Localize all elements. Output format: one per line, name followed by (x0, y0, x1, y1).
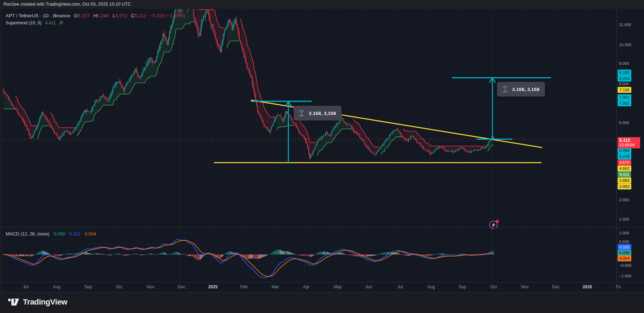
macd-signal-value: 0.004 (85, 231, 96, 237)
open-label: O (74, 13, 78, 18)
price-scale-label: 4.670 (618, 160, 631, 166)
time-axis-border (0, 282, 644, 282)
measure-icon: ↕ (299, 111, 304, 116)
time-axis-label[interactable]: Apr (303, 284, 310, 289)
price-scale-label: 5.096 (618, 148, 631, 154)
price-scale-label: 7.051 (618, 94, 631, 100)
symbol-row[interactable]: APT / TetherUS · 1D · Binance O5.227 H5.… (6, 12, 185, 19)
measure-icon: ↕ (503, 87, 507, 92)
change-value: −0.115 (−2.20%) (150, 13, 185, 18)
current-price-value: 5.112 (619, 138, 638, 143)
footer: TradingView (0, 293, 644, 313)
macd-line-value: 0.102 (69, 231, 81, 237)
time-axis-label[interactable]: Jun (365, 284, 372, 289)
time-axis-label[interactable]: Jul (397, 284, 403, 289)
macd-scale-label: 0.098 (618, 250, 631, 256)
time-axis-label[interactable]: Fe (616, 284, 621, 289)
price-scale-label: 3.883 (618, 178, 631, 184)
time-axis-label[interactable]: Oct (490, 284, 497, 289)
attribution-text: Ron2ee created with TradingView.com, Oct… (4, 2, 131, 7)
tradingview-brand[interactable]: TradingView (7, 297, 67, 307)
time-axis-label[interactable]: Dec (178, 284, 185, 289)
tradingview-logo-icon (7, 297, 20, 307)
price-scale-label: 10.000 (618, 42, 633, 48)
time-axis-label[interactable]: Aug (427, 284, 435, 289)
time-axis-label[interactable]: Feb (240, 284, 248, 289)
price-scale-label: 9.000 (618, 61, 631, 67)
close-value: 5.112 (134, 13, 146, 18)
open-value: 5.227 (78, 13, 90, 18)
symbol-legend[interactable]: APT / TetherUS · 1D · Binance O5.227 H5.… (6, 12, 185, 27)
time-axis-label[interactable]: Nov (147, 284, 154, 289)
measure-value: 3.168, 3,168 (309, 111, 336, 116)
indicator-name[interactable]: Supertrend (10, 3) (6, 20, 41, 25)
time-axis-label[interactable]: May (334, 284, 342, 289)
chart-area[interactable] (0, 9, 644, 293)
attribution-bar: Ron2ee created with TradingView.com, Oct… (0, 0, 644, 9)
close-label: C (131, 13, 135, 18)
indicator-value: 4.411 (45, 20, 56, 25)
price-scale-label: 6.000 (618, 120, 631, 126)
measure-value: 3.168, 3,168 (512, 87, 539, 92)
symbol-title[interactable]: APT / TetherUS · 1D · Binance (6, 13, 70, 18)
indicator-extra: Ø (60, 20, 63, 25)
chart-canvas[interactable] (0, 9, 644, 293)
price-scale-label: 8.282 (618, 70, 631, 76)
macd-scale-label: 1.000 (618, 230, 631, 236)
time-axis-label[interactable]: 2026 (583, 284, 592, 289)
time-axis-label[interactable]: Oct (116, 284, 123, 289)
price-scale-label: 1.000 (618, 216, 631, 222)
high-value: 5.240 (97, 13, 109, 18)
macd-scale-label: −1.000 (618, 273, 633, 279)
macd-hist-value: 0.098 (54, 231, 65, 237)
macd-scale-label: 0.102 (618, 244, 631, 250)
time-axis-label[interactable]: Aug (53, 284, 60, 289)
price-scale-label: 5.078 (618, 154, 631, 160)
macd-name[interactable]: MACD (12, 26, close) (6, 231, 49, 237)
time-axis-label[interactable]: Sep (459, 284, 466, 289)
measure-tooltip: ↕3.168, 3,168 (497, 82, 545, 97)
price-scale-label: 4.411 (618, 172, 631, 178)
measure-tooltip: ↕3.168, 3,168 (294, 106, 342, 121)
macd-scale-label: 0.004 (618, 256, 631, 262)
price-scale-label: 8.000 (618, 81, 631, 87)
current-price-label: 5.112 13:49:04 (618, 137, 640, 148)
price-scale-label: 7.051 (618, 100, 631, 106)
time-axis-label[interactable]: 2025 (208, 284, 218, 289)
time-axis-label[interactable]: Dec (552, 284, 559, 289)
tradingview-brand-name: TradingView (23, 297, 67, 307)
price-scale-label: 7.106 (618, 87, 631, 93)
high-label: H (93, 13, 97, 18)
time-axis-label[interactable]: Nov (521, 284, 528, 289)
time-axis-label[interactable]: Sep (84, 284, 92, 289)
price-scale-label: 11.000 (618, 22, 632, 28)
pane-separator[interactable] (0, 227, 644, 227)
tradingview-screenshot: Ron2ee created with TradingView.com, Oct… (0, 0, 644, 313)
macd-scale-label: −0.500 (618, 263, 633, 269)
price-axis-border (616, 9, 617, 293)
low-value: 5.072 (115, 13, 127, 18)
price-scale-label: 2.000 (618, 197, 631, 203)
macd-legend[interactable]: MACD (12, 26, close) 0.098 0.102 0.004 (6, 231, 96, 237)
left-margin (0, 9, 3, 293)
bar-countdown: 13:49:04 (619, 143, 638, 147)
time-axis-label[interactable]: Mar (272, 284, 279, 289)
price-scale-label: 3.883 (618, 184, 631, 190)
price-scale-label: 4.662 (618, 166, 631, 172)
low-label: L (113, 13, 116, 18)
indicator-row[interactable]: Supertrend (10, 3) 4.411 Ø (6, 19, 185, 27)
time-axis-label[interactable]: Jul (23, 284, 28, 289)
